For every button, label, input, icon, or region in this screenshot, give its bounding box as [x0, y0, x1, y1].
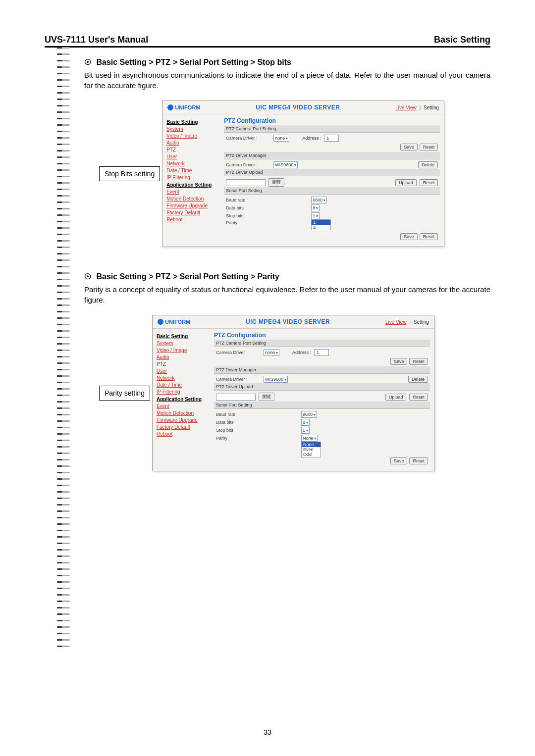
reset-button-2[interactable]: Reset [409, 394, 428, 401]
stop-bits-dropdown[interactable]: 1 2 [311, 219, 331, 230]
nav-audio[interactable]: Audio [157, 354, 208, 360]
ptz-camera-port-head: PTZ Camera Port Setting [224, 125, 440, 133]
chevron-down-icon: ▾ [294, 163, 296, 167]
nav-motion-detection[interactable]: Motion Detection [157, 410, 208, 416]
nav-system[interactable]: System [166, 126, 218, 132]
stop-bits-select[interactable]: 1▾ [311, 212, 320, 219]
parity-dropdown[interactable]: None Even Odd [301, 442, 321, 457]
stop-bits-label: Stop bits [216, 428, 261, 433]
chevron-down-icon: ▾ [316, 206, 318, 210]
camera-driver-select[interactable]: none▾ [264, 349, 279, 356]
nav-basic-setting: Basic Setting [166, 119, 218, 125]
logo-icon [158, 319, 163, 325]
browse-button[interactable]: 瀏覽 [268, 178, 284, 187]
nav-event[interactable]: Event [157, 403, 208, 409]
camera-driver-label-2: Camera Driver : [226, 162, 270, 167]
nav-user[interactable]: User [157, 368, 208, 374]
chevron-down-icon: ▾ [314, 412, 316, 417]
nav-user[interactable]: User [166, 154, 218, 159]
chevron-down-icon: ▾ [284, 377, 286, 382]
nav-firmware-upgrade[interactable]: Firmware Upgrade [157, 417, 208, 423]
nav-ip-filtering[interactable]: IP Filtering [157, 389, 208, 395]
bullet-icon: ☉ [84, 58, 91, 66]
nav-system[interactable]: System [157, 341, 208, 346]
manual-title: UVS-7111 User's Manual [45, 35, 148, 45]
camera-driver-select[interactable]: none▾ [273, 135, 289, 142]
nav-basic-setting: Basic Setting [157, 334, 208, 339]
screenshot-parity: UNIFORM UIC MPEG4 VIDEO SERVER Live View… [152, 315, 434, 471]
address-input[interactable]: 1 [324, 135, 339, 142]
ptz-camera-port-head: PTZ Camera Port Setting [214, 340, 430, 347]
parity-option-even[interactable]: Even [302, 447, 321, 452]
parity-select[interactable]: None▾ [301, 435, 318, 442]
upload-button[interactable]: Upload [385, 394, 407, 401]
nav-ptz[interactable]: PTZ [157, 361, 208, 367]
upload-path-input[interactable] [226, 179, 266, 186]
baud-rate-select[interactable]: 9600▾ [301, 411, 317, 418]
chevron-down-icon: ▾ [314, 436, 316, 441]
save-button-2[interactable]: Save [390, 457, 408, 464]
baud-rate-select[interactable]: 9600▾ [311, 197, 327, 203]
browse-button[interactable]: 瀏覽 [259, 393, 274, 401]
save-button-1[interactable]: Save [390, 358, 408, 365]
reset-button-3[interactable]: Reset [409, 457, 428, 464]
address-label: Address : [292, 350, 311, 355]
nav-event[interactable]: Event [166, 189, 218, 195]
chevron-down-icon: ▾ [323, 198, 325, 202]
parity-option-odd[interactable]: Odd [302, 452, 321, 457]
nav-video-image[interactable]: Video / Image [166, 133, 218, 139]
stop-bits-select[interactable]: 1▾ [301, 427, 310, 434]
nav-firmware-upgrade[interactable]: Firmware Upgrade [166, 203, 218, 208]
upload-path-input[interactable] [216, 394, 256, 401]
delete-button[interactable]: Delete [408, 376, 428, 383]
save-button-2[interactable]: Save [400, 233, 418, 240]
save-button-1[interactable]: Save [400, 144, 418, 151]
data-bits-select[interactable]: 8▾ [301, 419, 310, 426]
nav-ip-filtering[interactable]: IP Filtering [166, 175, 218, 180]
upload-button[interactable]: Upload [395, 179, 417, 186]
section2-title: ☉ Basic Setting > PTZ > Serial Port Sett… [84, 272, 490, 281]
serial-port-setting-head: Serial Port Setting [224, 187, 440, 195]
reset-button-2[interactable]: Reset [420, 179, 438, 186]
driver-manager-select[interactable]: WIS9600▾ [273, 161, 298, 168]
chevron-down-icon: ▾ [316, 214, 318, 218]
live-view-link[interactable]: Live View [385, 319, 407, 325]
nav-network[interactable]: Network [157, 375, 208, 381]
data-bits-label: Data bits [216, 420, 261, 425]
address-input[interactable]: 1 [314, 349, 329, 356]
setting-link[interactable]: Setting [424, 105, 439, 110]
reset-button-1[interactable]: Reset [409, 358, 428, 365]
nav-audio[interactable]: Audio [166, 140, 218, 146]
nav-network[interactable]: Network [166, 161, 218, 166]
nav-reboot[interactable]: Reboot [166, 217, 218, 222]
ptz-driver-upload-head: PTZ Driver Upload [224, 169, 440, 176]
nav-motion-detection[interactable]: Motion Detection [166, 196, 218, 202]
setting-link[interactable]: Setting [414, 319, 429, 325]
ptz-driver-upload-head: PTZ Driver Upload [214, 383, 430, 391]
nav-reboot[interactable]: Reboot [157, 431, 208, 437]
nav-date-time[interactable]: Date / Time [166, 168, 218, 173]
nav-ptz[interactable]: PTZ [166, 147, 218, 152]
header-links: Live View | Setting [395, 105, 439, 110]
header-links: Live View | Setting [385, 319, 429, 325]
ptz-config-title: PTZ Configuration [224, 117, 440, 124]
data-bits-select[interactable]: 8▾ [311, 204, 320, 211]
nav-application-setting: Application Setting [166, 182, 218, 188]
reset-button-3[interactable]: Reset [420, 233, 438, 240]
parity-label: Parity [216, 436, 261, 441]
nav-factory-default[interactable]: Factory Default [166, 210, 218, 215]
logo-icon [167, 104, 173, 110]
chevron-down-icon: ▾ [306, 428, 308, 433]
delete-button[interactable]: Delete [418, 161, 438, 168]
nav-factory-default[interactable]: Factory Default [157, 424, 208, 430]
nav-video-image[interactable]: Video / Image [157, 348, 208, 353]
stop-bits-option-2[interactable]: 2 [312, 225, 330, 230]
nav-application-setting: Application Setting [157, 397, 208, 402]
reset-button-1[interactable]: Reset [420, 144, 438, 151]
driver-manager-select[interactable]: WIS9600▾ [264, 376, 288, 383]
stop-bits-option-1[interactable]: 1 [312, 220, 330, 225]
live-view-link[interactable]: Live View [395, 105, 417, 110]
nav-date-time[interactable]: Date / Time [157, 382, 208, 388]
parity-option-none[interactable]: None [302, 442, 321, 447]
bullet-icon: ☉ [84, 272, 91, 281]
